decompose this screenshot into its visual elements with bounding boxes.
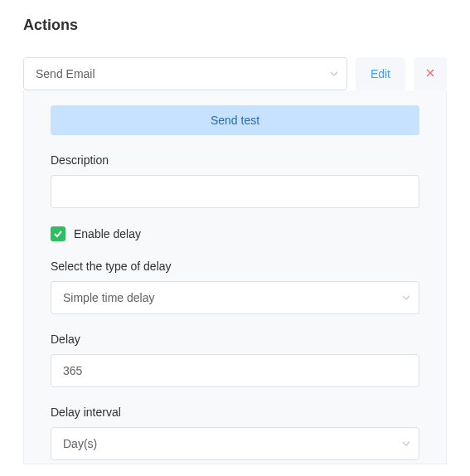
delay-interval-group: Delay interval Day(s) (51, 406, 419, 460)
delay-label: Delay (51, 333, 419, 346)
section-title: Actions (23, 17, 447, 34)
delay-input[interactable] (51, 354, 419, 387)
description-label: Description (51, 153, 419, 167)
action-header-row: Send Email Edit (23, 57, 447, 90)
remove-button[interactable] (414, 57, 447, 90)
delay-type-value: Simple time delay (51, 281, 419, 314)
action-type-value: Send Email (23, 57, 347, 90)
delay-type-group: Select the type of delay Simple time del… (51, 260, 419, 314)
send-test-button[interactable]: Send test (51, 105, 419, 135)
delay-type-label: Select the type of delay (51, 260, 419, 273)
action-type-select[interactable]: Send Email (23, 57, 347, 90)
enable-delay-group: Enable delay (51, 226, 419, 241)
delay-interval-label: Delay interval (51, 406, 419, 419)
edit-button[interactable]: Edit (356, 57, 405, 90)
delay-type-select[interactable]: Simple time delay (51, 281, 419, 314)
action-body: Send test Description Enable delay Selec… (23, 90, 447, 464)
description-input[interactable] (51, 175, 419, 208)
delay-group: Delay (51, 333, 419, 387)
enable-delay-label[interactable]: Enable delay (74, 227, 141, 240)
close-icon (425, 67, 435, 80)
delay-interval-value: Day(s) (51, 427, 419, 460)
description-group: Description (51, 153, 419, 208)
check-icon (53, 229, 63, 239)
enable-delay-checkbox[interactable] (51, 226, 65, 241)
delay-interval-select[interactable]: Day(s) (51, 427, 419, 460)
